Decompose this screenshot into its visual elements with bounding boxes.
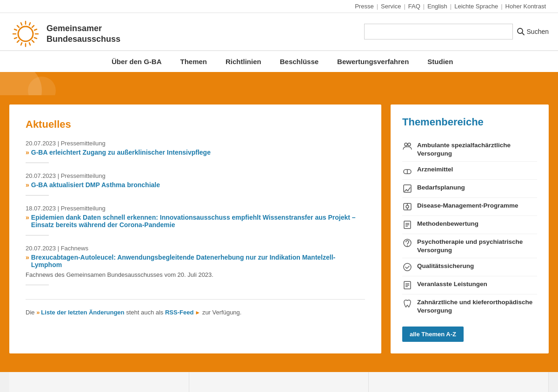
aktuelles-card: Aktuelles 20.07.2023 | Pressemitteilung …: [9, 105, 381, 353]
themen-item-veranlasste: Veranlasste Leistungen: [402, 276, 537, 294]
svg-line-14: [14, 38, 17, 39]
svg-line-12: [29, 43, 30, 45]
search-area: Suchen: [364, 24, 549, 44]
sep3: |: [423, 3, 425, 10]
methodenbewertung-icon: [402, 220, 412, 230]
hero-banner: [0, 72, 558, 95]
sep2: |: [404, 3, 405, 10]
news-title-4: Brexucabtagen-Autoleucel: Anwendungsbegl…: [31, 254, 365, 268]
themen-item-qualitaetssicherung: Qualitätssicherung: [402, 258, 537, 276]
arzneimittel-icon: [402, 165, 412, 176]
themen-link-arzneimittel[interactable]: Arzneimittel: [417, 165, 453, 174]
news-title-1: G-BA erleichtert Zugang zu außerklinisch…: [31, 149, 211, 156]
chevron-icon-1: »: [26, 149, 29, 156]
news-divider-1: [26, 163, 49, 163]
themen-link-zahnaerztliche[interactable]: Zahnärztliche und kieferorthopädische Ve…: [417, 298, 537, 314]
footer-aenderungen-link[interactable]: » Liste der letzten Änderungen: [36, 309, 124, 316]
svg-line-16: [21, 43, 22, 45]
footer-post: zur Verfügung.: [202, 309, 242, 316]
themen-item-zahnaerztliche: Zahnärztliche und kieferorthopädische Ve…: [402, 294, 537, 318]
bedarfsplanung-icon: [402, 183, 412, 194]
bottom-panel-2: [189, 372, 369, 392]
nav-beschluesse[interactable]: Beschlüsse: [271, 51, 328, 72]
svg-point-34: [404, 263, 411, 271]
site-logo-icon: [9, 18, 42, 50]
news-divider-3: [26, 235, 49, 235]
bottom-panel-3: [369, 372, 549, 392]
svg-line-9: [14, 29, 17, 30]
alle-themen-button[interactable]: alle Themen A-Z: [402, 327, 464, 342]
footer-link-text: Liste der letzten Änderungen: [41, 309, 124, 316]
news-link-1[interactable]: » G-BA erleichtert Zugang zu außerklinis…: [26, 149, 365, 156]
qualitaetssicherung-icon: [402, 262, 412, 272]
psychotherapie-icon: [402, 238, 412, 248]
nav-richtlinien[interactable]: Richtlinien: [216, 51, 271, 72]
main-content-wrapper: Aktuelles 20.07.2023 | Pressemitteilung …: [0, 95, 558, 372]
top-utility-bar: Presse | Service | FAQ | English | Leich…: [0, 0, 558, 13]
svg-line-8: [17, 40, 19, 42]
svg-point-25: [406, 205, 409, 208]
themen-item-ambulante: Ambulante spezialfachärztliche Versorgun…: [402, 137, 537, 162]
footer-rss-link[interactable]: RSS-Feed ►: [165, 309, 200, 316]
svg-line-7: [32, 26, 34, 27]
themen-link-psychotherapie[interactable]: Psychotherapie und psychiatrische Versor…: [417, 238, 537, 254]
search-button[interactable]: Suchen: [517, 27, 549, 36]
news-meta-3: 18.07.2023 | Pressemitteilung: [26, 205, 365, 212]
footer-mid: steht auch als: [126, 309, 165, 316]
aktuelles-footer: Die » Liste der letzten Änderungen steht…: [26, 299, 365, 316]
themen-item-psychotherapie: Psychotherapie und psychiatrische Versor…: [402, 234, 537, 258]
topbar-leichte-sprache[interactable]: Leichte Sprache: [454, 3, 498, 10]
svg-point-0: [18, 26, 33, 41]
sep1: |: [377, 3, 378, 10]
svg-line-11: [21, 23, 22, 25]
veranlasste-icon: [402, 280, 412, 290]
topbar-service[interactable]: Service: [381, 3, 401, 10]
news-title-2: G-BA aktualisiert DMP Asthma bronchiale: [31, 181, 160, 189]
themen-link-ambulante[interactable]: Ambulante spezialfachärztliche Versorgun…: [417, 141, 537, 157]
topbar-faq[interactable]: FAQ: [408, 3, 420, 10]
themen-link-methodenbewertung[interactable]: Methodenbewertung: [417, 220, 478, 228]
search-input[interactable]: [364, 24, 513, 39]
news-item-1: 20.07.2023 | Pressemitteilung » G-BA erl…: [26, 140, 365, 163]
site-logo-text: Gemeinsamer Bundesausschuss: [46, 23, 120, 45]
themen-link-dmp[interactable]: Disease-Management-Programme: [417, 202, 518, 210]
chevron-icon-footer: »: [36, 309, 40, 316]
search-label: Suchen: [527, 28, 549, 35]
logo-area[interactable]: Gemeinsamer Bundesausschuss: [9, 18, 120, 50]
themen-card: Themenbereiche Ambulante spezialfachärzt…: [391, 105, 549, 353]
themen-link-bedarfsplanung[interactable]: Bedarfsplanung: [417, 183, 465, 192]
svg-point-33: [407, 245, 408, 246]
nav-bewertungsverfahren[interactable]: Bewertungsverfahren: [328, 51, 418, 72]
news-meta-1: 20.07.2023 | Pressemitteilung: [26, 140, 365, 147]
topbar-hoher-kontrast[interactable]: Hoher Kontrast: [505, 3, 546, 10]
svg-line-15: [29, 23, 30, 25]
news-divider-4: [26, 285, 49, 285]
news-meta-4: 20.07.2023 | Fachnews: [26, 245, 365, 252]
svg-line-6: [32, 40, 34, 42]
topbar-english[interactable]: English: [427, 3, 447, 10]
topbar-presse[interactable]: Presse: [355, 3, 373, 10]
svg-line-5: [17, 26, 19, 27]
sep5: |: [501, 3, 502, 10]
content-grid: Aktuelles 20.07.2023 | Pressemitteilung …: [9, 105, 549, 353]
news-link-3[interactable]: » Epidemien dank Daten schnell erkennen:…: [26, 214, 365, 229]
chevron-icon-2: »: [26, 181, 29, 189]
site-header: Gemeinsamer Bundesausschuss Suchen: [0, 13, 558, 50]
bottom-grid: [9, 372, 549, 392]
nav-ueber-den-gba[interactable]: Über den G-BA: [102, 51, 171, 72]
themen-link-qualitaetssicherung[interactable]: Qualitätssicherung: [417, 262, 474, 270]
chevron-icon-3: »: [26, 214, 29, 221]
rss-icon: ►: [195, 309, 200, 316]
nav-themen[interactable]: Themen: [171, 51, 217, 72]
bottom-panels: [0, 372, 558, 392]
news-link-4[interactable]: » Brexucabtagen-Autoleucel: Anwendungsbe…: [26, 254, 365, 268]
themen-link-veranlasste[interactable]: Veranlasste Leistungen: [417, 280, 487, 288]
ambulante-icon: [402, 141, 412, 151]
aktuelles-title: Aktuelles: [26, 118, 365, 131]
nav-studien[interactable]: Studien: [418, 51, 462, 72]
themen-item-arzneimittel: Arzneimittel: [402, 162, 537, 180]
news-link-2[interactable]: » G-BA aktualisiert DMP Asthma bronchial…: [26, 181, 365, 189]
news-item-4: 20.07.2023 | Fachnews » Brexucabtagen-Au…: [26, 245, 365, 285]
news-meta-2: 20.07.2023 | Pressemitteilung: [26, 172, 365, 179]
themen-item-bedarfsplanung: Bedarfsplanung: [402, 180, 537, 198]
